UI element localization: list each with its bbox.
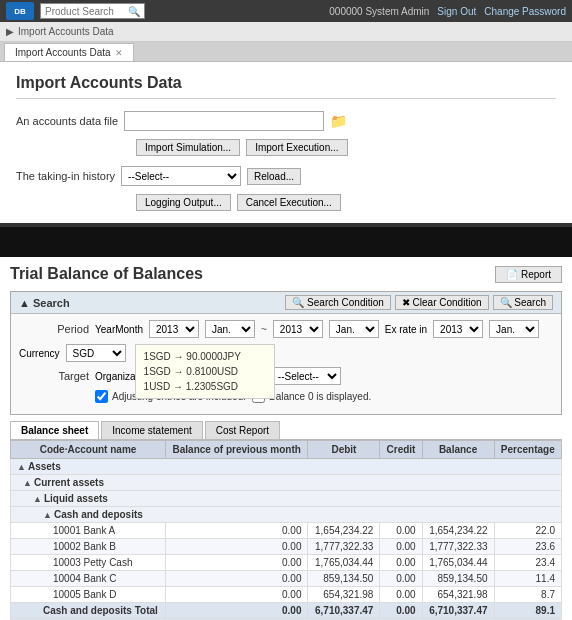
- table-row: ▲Current assets: [11, 475, 562, 491]
- ex-rate-line-1: 1SGD → 90.0000JPY: [144, 349, 266, 364]
- total-percentage: 89.1: [494, 603, 561, 619]
- table-wrapper: Code·Account name Balance of previous mo…: [10, 440, 562, 620]
- exchange-rate-box: 1SGD → 90.0000JPY 1SGD → 0.8100USD 1USD …: [135, 344, 275, 399]
- search-panel-title: ▲ Search: [19, 297, 70, 309]
- search-input[interactable]: [45, 4, 125, 18]
- sign-out-link[interactable]: Sign Out: [437, 6, 476, 17]
- period-label: Period: [19, 323, 89, 335]
- currency-select[interactable]: SGD JPY USD: [66, 344, 126, 362]
- history-select[interactable]: --Select--: [121, 166, 241, 186]
- balance-zero-label: Balance 0 is displayed.: [269, 391, 371, 402]
- tab-close-icon[interactable]: ✕: [115, 48, 123, 58]
- ex-rate-month[interactable]: Jan.: [489, 320, 539, 338]
- balance-table: Code·Account name Balance of previous mo…: [10, 440, 562, 620]
- data-credit: 0.00: [380, 539, 422, 555]
- ex-rate-line-2: 1SGD → 0.8100USD: [144, 364, 266, 379]
- folder-icon[interactable]: 📁: [330, 113, 347, 129]
- data-debit: 1,654,234.22: [308, 523, 380, 539]
- top-nav-right: 000000 System Admin Sign Out Change Pass…: [329, 6, 566, 17]
- data-prev-balance: 0.00: [166, 555, 308, 571]
- import-section: Import Accounts Data An accounts data fi…: [0, 62, 572, 227]
- data-balance: 1,765,034.44: [422, 555, 494, 571]
- total-prev-balance: 0.00: [166, 603, 308, 619]
- file-input-box[interactable]: [124, 111, 324, 131]
- data-balance: 859,134.50: [422, 571, 494, 587]
- file-input-row: An accounts data file 📁: [16, 111, 556, 131]
- data-debit: 1,777,322.33: [308, 539, 380, 555]
- tab-balance-sheet[interactable]: Balance sheet: [10, 421, 99, 439]
- clear-condition-button[interactable]: ✖ Clear Condition: [395, 295, 489, 310]
- data-balance: 1,777,322.33: [422, 539, 494, 555]
- target-label: Target: [19, 370, 89, 382]
- month-select-end[interactable]: Jan.: [329, 320, 379, 338]
- search-button[interactable]: 🔍 Search: [493, 295, 553, 310]
- adjusting-checkbox[interactable]: [95, 390, 108, 403]
- top-nav-left: DB 🔍: [6, 2, 145, 20]
- tab-bar: Import Accounts Data ✕: [0, 42, 572, 62]
- project-select[interactable]: --Select--: [271, 367, 341, 385]
- ex-rate-line-3: 1USD → 1.2305SGD: [144, 379, 266, 394]
- table-row: 10001 Bank A 0.00 1,654,234.22 0.00 1,65…: [11, 523, 562, 539]
- subsection-label: ▲Current assets: [11, 475, 562, 491]
- table-row: ▲Liquid assets: [11, 491, 562, 507]
- year-select-start[interactable]: 2013: [149, 320, 199, 338]
- data-label: 10001 Bank A: [11, 523, 166, 539]
- reload-button[interactable]: Reload...: [247, 168, 301, 185]
- user-text: 000000 System Admin: [329, 6, 429, 17]
- table-row: 10002 Bank B 0.00 1,777,322.33 0.00 1,77…: [11, 539, 562, 555]
- period-row: Period YearMonth 2013 Jan. ~ 2013 Jan. E…: [19, 320, 553, 362]
- search-condition-button[interactable]: 🔍 Search Condition: [285, 295, 391, 310]
- import-btn-row: Import Simulation... Import Execution...: [136, 139, 556, 156]
- subsection-label: ▲Cash and deposits: [11, 507, 562, 523]
- data-label: 10003 Petty Cash: [11, 555, 166, 571]
- trial-balance-section: Trial Balance of Balances 📄 Report ▲ Sea…: [0, 257, 572, 620]
- ex-rate-label: Ex rate in: [385, 324, 427, 335]
- data-label: 10005 Bank D: [11, 587, 166, 603]
- year-month-label: YearMonth: [95, 324, 143, 335]
- logo: DB: [6, 2, 34, 20]
- year-select-end[interactable]: 2013: [273, 320, 323, 338]
- search-panel-header: ▲ Search 🔍 Search Condition ✖ Clear Cond…: [11, 292, 561, 314]
- checkbox-row: Adjusting entries are included. Balance …: [19, 390, 553, 403]
- import-execution-button[interactable]: Import Execution...: [246, 139, 347, 156]
- subsection-label: ▲Liquid assets: [11, 491, 562, 507]
- total-debit: 6,710,337.47: [308, 603, 380, 619]
- search-panel-body: Period YearMonth 2013 Jan. ~ 2013 Jan. E…: [11, 314, 561, 414]
- total-balance: 6,710,337.47: [422, 603, 494, 619]
- col-prev-balance: Balance of previous month: [166, 441, 308, 459]
- logging-output-button[interactable]: Logging Output...: [136, 194, 231, 211]
- data-debit: 859,134.50: [308, 571, 380, 587]
- data-credit: 0.00: [380, 523, 422, 539]
- data-prev-balance: 0.00: [166, 587, 308, 603]
- data-percentage: 23.6: [494, 539, 561, 555]
- data-debit: 654,321.98: [308, 587, 380, 603]
- import-simulation-button[interactable]: Import Simulation...: [136, 139, 240, 156]
- data-percentage: 22.0: [494, 523, 561, 539]
- ex-rate-year[interactable]: 2013: [433, 320, 483, 338]
- total-label: Cash and deposits Total: [11, 603, 166, 619]
- report-button[interactable]: 📄 Report: [495, 266, 562, 283]
- total-credit: 0.00: [380, 603, 422, 619]
- file-label: An accounts data file: [16, 115, 118, 127]
- tab-cost-report[interactable]: Cost Report: [205, 421, 280, 439]
- month-select-start[interactable]: Jan.: [205, 320, 255, 338]
- tab-import-accounts[interactable]: Import Accounts Data ✕: [4, 43, 134, 61]
- search-box[interactable]: 🔍: [40, 3, 145, 19]
- target-row: Target Organization --Select-- Project -…: [19, 367, 553, 385]
- col-debit: Debit: [308, 441, 380, 459]
- data-prev-balance: 0.00: [166, 523, 308, 539]
- data-debit: 1,765,034.44: [308, 555, 380, 571]
- data-prev-balance: 0.00: [166, 539, 308, 555]
- tab-income-statement[interactable]: Income statement: [101, 421, 202, 439]
- balance-tabs: Balance sheet Income statement Cost Repo…: [10, 421, 562, 440]
- logging-btn-row: Logging Output... Cancel Execution...: [136, 194, 556, 211]
- search-panel-actions: 🔍 Search Condition ✖ Clear Condition 🔍 S…: [285, 295, 553, 310]
- section-label: ▲Assets: [11, 459, 562, 475]
- cancel-execution-button[interactable]: Cancel Execution...: [237, 194, 341, 211]
- breadcrumb: ▶ Import Accounts Data: [0, 22, 572, 42]
- change-password-link[interactable]: Change Password: [484, 6, 566, 17]
- data-label: 10004 Bank C: [11, 571, 166, 587]
- data-prev-balance: 0.00: [166, 571, 308, 587]
- breadcrumb-item: Import Accounts Data: [18, 26, 114, 37]
- col-balance: Balance: [422, 441, 494, 459]
